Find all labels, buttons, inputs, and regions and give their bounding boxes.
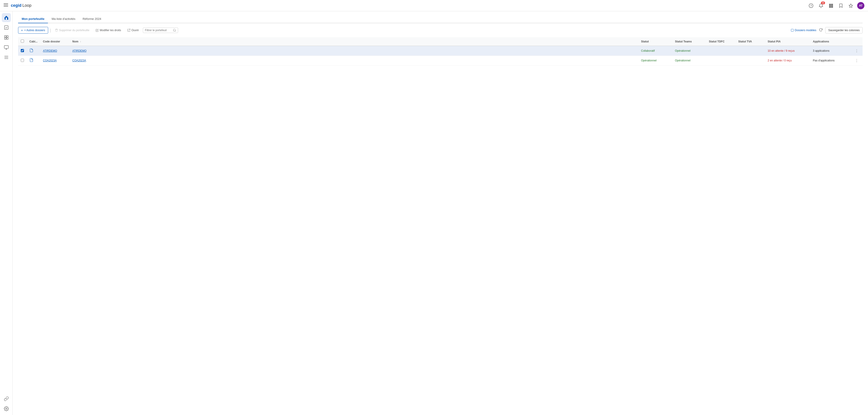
row2-applications: Pas d'applications [810,56,851,66]
tab-reforme[interactable]: Réforme 2024 [79,15,105,23]
row1-nom: ATIRDEMO [70,46,638,56]
row2-menu-button[interactable]: ⋮ [854,58,860,63]
models-button[interactable]: Dossiers modèles [791,29,816,32]
row1-check[interactable] [18,46,27,56]
delete-label: Supprimer du portefeuille [59,29,89,32]
modify-label: Modifier les droits [100,29,121,32]
help-icon[interactable]: ? [807,2,815,9]
table-body: ATIRDEMO ATIRDEMO Collaboratif Opération… [18,46,863,66]
row2-code: COA2023A [40,56,70,66]
svg-rect-12 [831,6,832,8]
row1-nom-link[interactable]: ATIRDEMO [72,49,86,53]
row1-code: ATIRDEMO [40,46,70,56]
bookmark-icon[interactable] [837,2,844,9]
notification-icon[interactable]: 99 [817,2,825,9]
col-header-tva: Statut TVA [736,37,765,46]
open-button[interactable]: Ouvrir [125,27,141,33]
open-label: Ouvrir [131,29,139,32]
tab-portefeuille[interactable]: Mon portefeuille [18,15,48,23]
col-header-statut: Statut [638,37,672,46]
sidebar-item-grid[interactable] [2,33,11,42]
row1-tva [736,46,765,56]
content-area: Mon portefeuille Ma liste d'activités Ré… [13,11,868,415]
sidebar-item-tasks[interactable] [2,23,11,32]
col-header-nom[interactable]: Nom ↑ [70,37,638,46]
col-header-pia: Statut PIA [765,37,810,46]
svg-line-28 [175,31,176,32]
models-label: Dossiers modèles [795,29,816,32]
sort-arrow-nom: ↑ [80,40,81,43]
logo-cegid: cegid [11,3,22,8]
row2-statut: Opérationnel [638,56,672,66]
modify-rights-button[interactable]: Modifier les droits [93,27,123,33]
svg-rect-1 [4,5,8,5]
svg-rect-2 [4,6,8,6]
menu-icon[interactable] [4,3,8,8]
row2-teams: Opérationnel [672,56,706,66]
add-dossiers-button[interactable]: + + Autres dossiers [18,27,48,34]
logo-loop: Loop [22,3,31,8]
search-box[interactable] [143,28,178,33]
row2-nom-link[interactable]: COA2023A [72,59,86,62]
row1-tdfc [706,46,736,56]
refresh-button[interactable] [818,27,824,33]
top-bar-left: cegid Loop [4,3,31,8]
row1-applications: 3 applications [810,46,851,56]
svg-rect-5 [829,4,830,5]
main-layout: Mon portefeuille Ma liste d'activités Ré… [0,11,868,415]
toolbar-right: Dossiers modèles Sauvegarder les colonne… [791,27,863,33]
edit-icon [96,29,99,32]
col-header-applications: Applications [810,37,851,46]
svg-rect-11 [829,6,830,8]
separator: | [50,28,51,33]
save-columns-button[interactable]: Sauvegarder les colonnes [825,27,863,33]
col-header-teams: Statut Teams [672,37,706,46]
row2-pia: 2 en attente / 0 reçu [765,56,810,66]
svg-rect-17 [6,36,8,37]
svg-rect-6 [831,4,832,5]
delete-button[interactable]: Supprimer du portefeuille [53,27,92,33]
row2-actions[interactable]: ⋮ [851,56,863,66]
row2-checkbox[interactable] [21,59,24,62]
star-icon[interactable] [847,2,855,9]
row2-tdfc [706,56,736,66]
app-container: cegid Loop ? 99 [0,0,868,415]
row1-teams: Opérationnel [672,46,706,56]
row2-code-link[interactable]: COA2023A [43,59,57,62]
sidebar-item-settings[interactable] [2,404,11,413]
row1-menu-button[interactable]: ⋮ [854,48,860,53]
search-icon [173,29,176,32]
search-input[interactable] [145,29,172,32]
refresh-icon [819,28,823,32]
svg-rect-15 [4,26,8,30]
page-content: Mon portefeuille Ma liste d'activités Ré… [13,11,868,69]
select-all-checkbox[interactable] [21,39,24,43]
row1-pia: 10 en attente / 9 reçus [765,46,810,56]
col-header-code: Code dossier [40,37,70,46]
delete-icon [55,29,58,32]
checkbox-icon [791,29,794,32]
sidebar-item-home[interactable] [2,13,11,22]
svg-marker-14 [849,4,852,7]
row2-check[interactable] [18,56,27,66]
sidebar-item-monitor[interactable] [2,43,11,52]
svg-point-24 [6,408,7,409]
svg-rect-9 [831,5,832,6]
row1-checkbox[interactable] [21,49,24,52]
table-header: Cabi... Code dossier Nom ↑ Statut [18,37,863,46]
row2-tva [736,56,765,66]
logo: cegid Loop [11,3,31,8]
plus-icon: + [21,29,23,32]
avatar[interactable]: AT [857,2,864,9]
open-icon [127,29,130,32]
tab-activites[interactable]: Ma liste d'activités [48,15,79,23]
sidebar-item-list[interactable] [2,53,11,62]
col-header-cabi: Cabi... [27,37,40,46]
row2-cabi [27,56,40,66]
apps-icon[interactable] [827,2,835,9]
svg-rect-0 [4,3,8,4]
notification-badge: 99 [821,2,825,4]
sidebar-item-link[interactable] [2,394,11,403]
row1-actions[interactable]: ⋮ [851,46,863,56]
row1-code-link[interactable]: ATIRDEMO [43,49,57,53]
